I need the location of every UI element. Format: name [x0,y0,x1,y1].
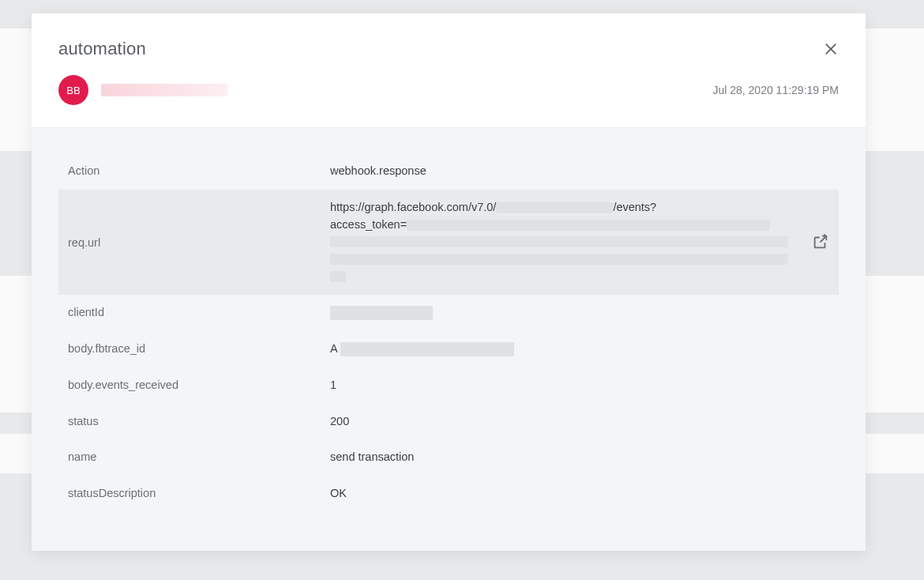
detail-label: body.events_received [68,377,330,391]
avatar: BB [58,75,88,105]
detail-row-req-url: req.url https://graph.facebook.com/v7.0/… [58,190,839,295]
detail-label: clientId [68,304,330,318]
open-external-icon[interactable] [812,233,829,250]
detail-value: OK [330,485,829,503]
detail-value: 1 [330,377,829,394]
url-part: access_token= [330,218,407,231]
detail-value [330,304,829,322]
detail-label: status [68,413,330,427]
detail-label: name [68,449,330,463]
modal-header: automation BB Jul 28, 2020 11:29:19 PM [32,13,866,128]
value-prefix: A [330,342,337,355]
detail-row-statusdescription: statusDescription OK [58,476,839,512]
redacted-value [330,306,433,320]
detail-value: 200 [330,413,829,431]
detail-row-fbtrace: body.fbtrace_id A [58,331,839,367]
modal-body: Action webhook.response req.url https://… [32,128,866,551]
redacted-user-name [101,84,227,96]
detail-label: Action [68,163,330,177]
detail-value: A [330,341,829,358]
url-part: /events? [613,201,656,213]
redacted-segment [330,254,788,265]
detail-value: https://graph.facebook.com/v7.0//events?… [330,199,829,285]
detail-row-name: name send transaction [58,439,839,476]
close-button[interactable] [823,41,839,57]
detail-row-action: Action webhook.response [58,153,839,190]
detail-value: webhook.response [330,163,829,180]
detail-label: statusDescription [68,485,330,499]
detail-table: Action webhook.response req.url https://… [58,153,839,512]
redacted-segment [496,202,613,213]
detail-row-events-received: body.events_received 1 [58,367,839,404]
redacted-segment [330,271,346,282]
log-detail-modal: automation BB Jul 28, 2020 11:29:19 PM A… [32,13,866,551]
detail-row-clientid: clientId [58,295,839,331]
redacted-segment [407,220,770,231]
modal-title: automation [58,39,146,59]
redacted-segment [330,236,788,247]
redacted-value [340,342,514,356]
timestamp: Jul 28, 2020 11:29:19 PM [712,84,839,96]
detail-value: send transaction [330,449,829,466]
detail-row-status: status 200 [58,404,839,440]
url-part: https://graph.facebook.com/v7.0/ [330,201,496,213]
detail-label: body.fbtrace_id [68,341,330,355]
detail-label: req.url [68,235,330,249]
